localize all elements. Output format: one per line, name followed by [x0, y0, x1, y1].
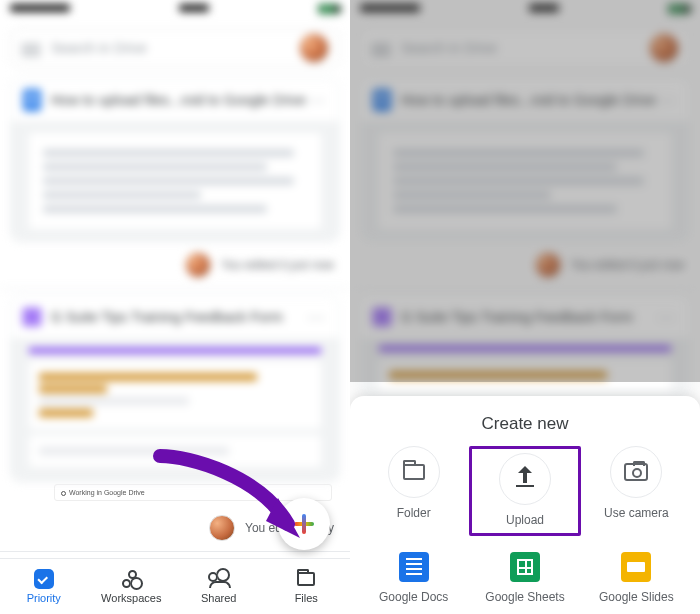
folder-icon: [403, 464, 425, 480]
sheet-title: Create new: [358, 414, 692, 434]
search-bar: Search in Drive: [360, 28, 690, 68]
google-slides-icon: [621, 552, 651, 582]
avatar-icon: [209, 515, 235, 541]
status-bar: [350, 0, 700, 14]
phone-right: Search in Drive How to upload files...ro…: [350, 0, 700, 614]
suggestion-card-2[interactable]: G Suite Tips Training Feedback Form ⋯: [10, 295, 340, 482]
option-upload[interactable]: Upload: [469, 446, 580, 536]
blurred-content: Search in Drive How to upload files...ro…: [350, 0, 700, 400]
docs-icon: [23, 89, 41, 111]
status-bar: [0, 0, 350, 14]
tab-priority[interactable]: Priority: [0, 559, 88, 614]
plus-icon: [293, 513, 315, 535]
tab-shared[interactable]: Shared: [175, 559, 263, 614]
more-icon[interactable]: ⋯: [307, 306, 327, 328]
suggestion-card-1[interactable]: How to upload files...roid to Google Dri…: [10, 78, 340, 242]
camera-icon: [624, 463, 648, 481]
option-google-docs[interactable]: Google Docs: [358, 552, 469, 604]
option-google-sheets[interactable]: Google Sheets: [469, 552, 580, 604]
blurred-content: Search in Drive How to upload files...ro…: [0, 0, 350, 482]
edited-row-1: You edited it just now: [0, 242, 350, 288]
account-avatar[interactable]: [299, 33, 329, 63]
tab-files[interactable]: Files: [263, 559, 351, 614]
search-placeholder: Search in Drive: [51, 40, 147, 56]
google-sheets-icon: [510, 552, 540, 582]
tab-workspaces[interactable]: Workspaces: [88, 559, 176, 614]
option-use-camera[interactable]: Use camera: [581, 446, 692, 536]
search-bar[interactable]: Search in Drive: [10, 28, 340, 68]
option-google-slides[interactable]: Google Slides: [581, 552, 692, 604]
upload-icon: [516, 485, 534, 487]
avatar-icon: [185, 252, 211, 278]
more-icon[interactable]: ⋯: [307, 89, 327, 111]
working-note: Working in Google Drive: [69, 489, 145, 496]
menu-icon[interactable]: [21, 41, 41, 55]
fab-new[interactable]: [278, 498, 330, 550]
bottom-tabs: Priority Workspaces Shared Files: [0, 558, 350, 614]
google-docs-icon: [399, 552, 429, 582]
option-folder[interactable]: Folder: [358, 446, 469, 536]
forms-icon: [23, 308, 41, 326]
create-new-sheet: Create new Folder Upload Use camera Goog…: [350, 396, 700, 614]
phone-left: Search in Drive How to upload files...ro…: [0, 0, 350, 614]
